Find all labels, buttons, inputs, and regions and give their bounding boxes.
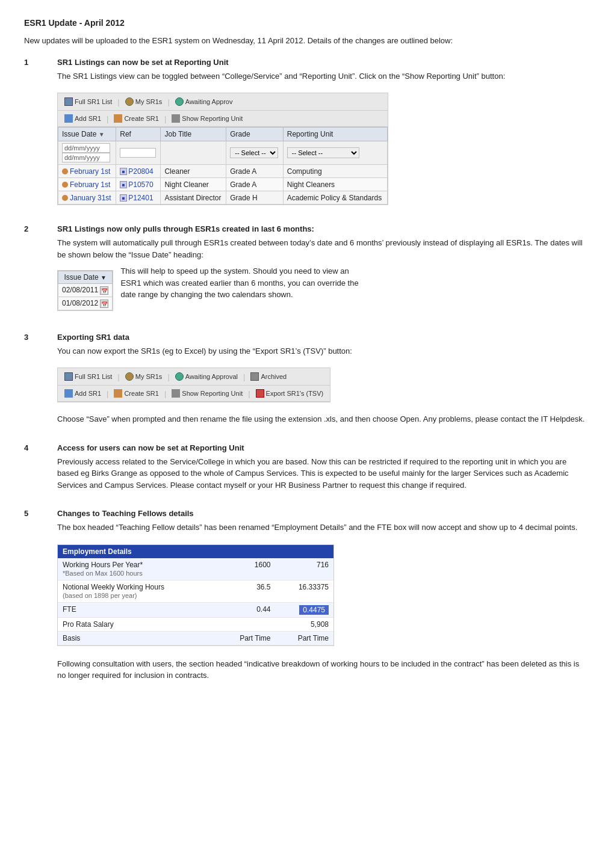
emp-val2-4: Part Time <box>275 631 333 645</box>
cell-ref-3: ■ P12401 <box>116 191 161 205</box>
tb3-show-label: Show Reporting Unit <box>182 390 243 397</box>
section-3: 3 Exporting SR1 data You can now export … <box>24 333 590 430</box>
cell-unit-1: Computing <box>283 165 387 178</box>
emp-val2-3: 5,908 <box>275 617 333 631</box>
date-text-3: January 31st <box>70 194 111 202</box>
date-text-1: February 1st <box>70 167 110 176</box>
emp-val1-4: Part Time <box>217 631 276 645</box>
show-reporting-unit-btn[interactable]: Show Reporting Unit <box>169 112 246 125</box>
tb3-export-btn[interactable]: Export SR1's (TSV) <box>253 387 327 399</box>
section-body-5b: Following consultation with users, the s… <box>57 658 590 682</box>
cell-ref: ■ P20804 <box>116 165 161 178</box>
ref-link-2[interactable]: ■ P10570 <box>120 180 153 189</box>
status-dot-2 <box>62 182 68 188</box>
cell-date: February 1st <box>58 165 116 178</box>
sr1-table-1: Issue Date ▼ Ref Job Title Grade Reporti… <box>58 127 388 205</box>
date-box-area: Issue Date ▼ 02/08/2011 📅 <box>57 265 590 316</box>
col-ref: Ref <box>116 128 161 141</box>
tb3-full-list-label: Full SR1 List <box>75 373 112 380</box>
date-link-3[interactable]: January 31st <box>62 194 112 202</box>
tb3-mysr-icon <box>125 372 134 381</box>
toolbar3-row2: Add SR1 | Create SR1 | Show Reporting Un… <box>58 386 330 402</box>
date-link-1[interactable]: February 1st <box>62 167 112 176</box>
date-col-header[interactable]: Issue Date ▼ <box>58 271 113 284</box>
mysr1-icon <box>125 97 134 106</box>
emp-label-0: Working Hours Per Year* *Based on Max 16… <box>58 558 217 580</box>
show-icon <box>172 114 180 123</box>
cell-grade-3: Grade H <box>226 191 284 205</box>
full-sr1-list-btn[interactable]: Full SR1 List <box>61 96 115 108</box>
tb3-add-label: Add SR1 <box>75 390 101 397</box>
tb3-await-btn[interactable]: Awaiting Approval <box>172 371 241 383</box>
col-job-title: Job Title <box>161 128 226 141</box>
date-link-2[interactable]: February 1st <box>62 180 112 189</box>
section-content-3: Exporting SR1 data You can now export th… <box>57 333 590 430</box>
section-num-3: 3 <box>24 333 57 430</box>
tb3-show-btn[interactable]: Show Reporting Unit <box>169 387 246 399</box>
section-body-4: Previously access related to the Service… <box>57 456 590 491</box>
cell-unit-3: Academic Policy & Standards <box>283 191 387 205</box>
create-sr1-btn[interactable]: Create SR1 <box>111 112 161 125</box>
emp-label-4: Basis <box>58 631 217 645</box>
filter-unit-cell: -- Select -- <box>283 141 387 165</box>
toolbar-row1: Full SR1 List | My SR1s | Awaiting Appro… <box>58 93 388 111</box>
ref-link-1[interactable]: ■ P20804 <box>120 167 153 176</box>
section-1: 1 SR1 Listings can now be set at Reporti… <box>24 58 590 212</box>
section-content-5: Changes to Teaching Fellows details The … <box>57 509 590 686</box>
section-num-1: 1 <box>24 58 57 212</box>
cell-ref-2: ■ P10570 <box>116 178 161 191</box>
cell-job-2: Night Cleaner <box>161 178 226 191</box>
calendar-icon-2[interactable]: 📅 <box>100 300 108 308</box>
emp-label-2: FTE <box>58 602 217 617</box>
add-icon <box>64 114 73 123</box>
section-content-4: Access for users can now be set at Repor… <box>57 443 590 496</box>
tb3-add-btn[interactable]: Add SR1 <box>61 387 104 399</box>
filter-grade-select[interactable]: -- Select -- <box>230 147 278 158</box>
section-heading-3: Exporting SR1 data <box>57 333 590 342</box>
my-sr1s-btn[interactable]: My SR1s <box>122 96 166 108</box>
show-reporting-unit-label: Show Reporting Unit <box>182 115 243 122</box>
cell-grade-1: Grade A <box>226 165 284 178</box>
awaiting-approv-btn[interactable]: Awaiting Approv <box>172 96 236 108</box>
filter-ref[interactable] <box>120 148 156 158</box>
section-2: 2 SR1 Listings now only pulls through ES… <box>24 224 590 319</box>
tb3-create-btn[interactable]: Create SR1 <box>111 387 161 399</box>
tb3-full-list-btn[interactable]: Full SR1 List <box>61 371 115 383</box>
section-heading-2: SR1 Listings now only pulls through ESR1… <box>57 224 590 233</box>
add-sr1-btn[interactable]: Add SR1 <box>61 112 104 125</box>
ref-link-3[interactable]: ■ P12401 <box>120 194 153 202</box>
tb3-await-icon <box>175 372 184 381</box>
section-body-3b: Choose “Save” when prompted and then ren… <box>57 413 590 425</box>
filter-row: -- Select -- -- Select -- <box>58 141 388 165</box>
tb3-archive-label: Archived <box>261 373 287 380</box>
ref-icon-2: ■ <box>120 181 127 188</box>
page-title: ESR1 Update - April 2012 <box>24 18 590 28</box>
section-body-2b: This will help to speed up the system. S… <box>120 265 361 301</box>
filter-unit-select[interactable]: -- Select -- <box>287 147 359 158</box>
table-row: February 1st ■ P10570 Night Cleaner Grad… <box>58 178 388 191</box>
emp-row-3: Pro Rata Salary 5,908 <box>58 617 333 631</box>
section-body-3a: You can now export the SR1s (eg to Excel… <box>57 345 590 357</box>
await-icon <box>175 97 184 106</box>
emp-val2-1: 16.33375 <box>275 580 333 602</box>
date-text-2: February 1st <box>70 180 110 189</box>
section-heading-4: Access for users can now be set at Repor… <box>57 443 590 452</box>
tb3-mysr1s-btn[interactable]: My SR1s <box>122 371 166 383</box>
emp-row-0: Working Hours Per Year* *Based on Max 16… <box>58 558 333 580</box>
section-4: 4 Access for users can now be set at Rep… <box>24 443 590 496</box>
tb3-archive-btn[interactable]: Archived <box>247 371 290 383</box>
filter-date-cell <box>58 141 116 165</box>
sr1-ui-box-3: Full SR1 List | My SR1s | Awaiting Appro… <box>57 368 330 402</box>
col-issue-date[interactable]: Issue Date ▼ <box>58 128 116 141</box>
full-sr1-list-label: Full SR1 List <box>75 98 112 105</box>
cell-date-2: February 1st <box>58 178 116 191</box>
calendar-icon-1[interactable]: 📅 <box>100 286 108 295</box>
cell-job-3: Assistant Director <box>161 191 226 205</box>
filter-date-from[interactable] <box>62 143 110 153</box>
col-reporting-unit: Reporting Unit <box>283 128 387 141</box>
section-num-5: 5 <box>24 509 57 686</box>
emp-row-2: FTE 0.44 0.4475 <box>58 602 333 617</box>
list-icon <box>64 97 73 106</box>
tb3-export-label: Export SR1's (TSV) <box>266 390 324 397</box>
filter-date-to[interactable] <box>62 153 110 162</box>
